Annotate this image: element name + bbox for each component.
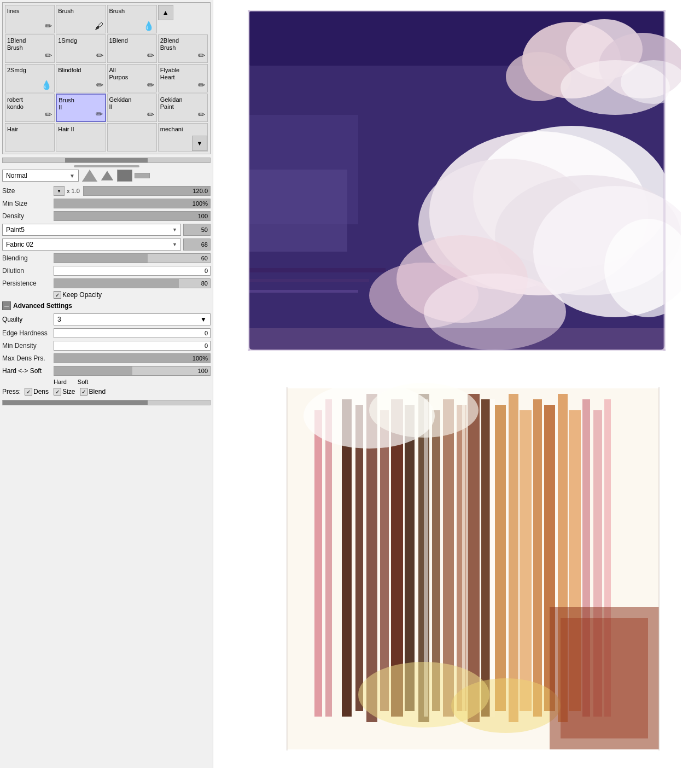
keep-opacity-checkbox[interactable]: ✓ Keep Opacity [54, 291, 102, 299]
brush-settings-panel: lines ✏ Brush 🖌 Brush 💧 ▲ 1BlendBrush ✏ … [0, 0, 213, 768]
brush-grid: lines ✏ Brush 🖌 Brush 💧 ▲ 1BlendBrush ✏ … [2, 2, 211, 154]
min-density-slider[interactable]: 0 [54, 341, 211, 351]
svg-rect-49 [325, 399, 332, 717]
blend-mode-select[interactable]: Normal ▼ [2, 170, 79, 182]
press-label: Press: [2, 388, 21, 395]
texture1-arrow: ▼ [172, 227, 177, 232]
texture2-row: Fabric 02 ▼ 68 [2, 238, 211, 251]
hard-soft-label: Hard <-> Soft [2, 367, 51, 375]
svg-rect-29 [380, 410, 389, 711]
brush-item-robert-kondo[interactable]: robertkondo ✏ [5, 94, 55, 122]
divider [2, 165, 211, 167]
size-value: 120.0 [192, 188, 208, 194]
blending-row: Blending 60 [2, 253, 211, 263]
tip-shape-soft[interactable] [82, 170, 97, 182]
size-slider[interactable]: 120.0 [83, 186, 211, 196]
press-size-label: Size [62, 388, 75, 395]
size-row: Size ▼ x 1.0 120.0 [2, 186, 211, 196]
brush-item-blindfold[interactable]: Blindfold ✏ [56, 64, 106, 92]
brush-item-hair[interactable]: Hair [5, 123, 55, 152]
brush-item-empty[interactable] [107, 123, 157, 152]
max-dens-prs-slider[interactable]: 100% [54, 353, 211, 363]
press-size-checkbox[interactable]: ✓ Size [54, 388, 75, 395]
brush-icon-flyable-heart: ✏ [198, 80, 205, 90]
scroll-down-button[interactable]: ▼ [192, 136, 207, 151]
blending-slider[interactable]: 60 [54, 253, 211, 263]
brush-icon-brush1: 🖌 [95, 21, 103, 31]
brush-item-1blend[interactable]: 1Blend ✏ [107, 34, 157, 63]
brush-item-gekidan-paint[interactable]: GekidanPaint ✏ [158, 94, 208, 122]
texture1-value-box: 50 [183, 224, 211, 236]
brush-icon-2blend: ✏ [198, 50, 205, 61]
brush-item-gekidan-ii[interactable]: GekidanII ✏ [107, 94, 157, 122]
edge-hardness-slider[interactable]: 0 [54, 328, 211, 338]
max-dens-prs-row: Max Dens Prs. 100% [2, 353, 211, 363]
tip-shape-flat[interactable] [135, 173, 150, 178]
dilution-slider[interactable]: 0 [54, 266, 211, 276]
max-dens-prs-value: 100% [192, 355, 208, 362]
texture2-value: 68 [201, 241, 208, 248]
press-blend-label: Blend [89, 388, 106, 395]
blend-mode-value: Normal [6, 172, 27, 179]
quality-select[interactable]: 3 ▼ [54, 313, 211, 325]
size-label: Size [2, 187, 51, 195]
svg-rect-23 [249, 328, 664, 350]
hard-soft-slider[interactable]: 100 [54, 366, 211, 376]
brush-item-flyable-heart[interactable]: FlyableHeart ✏ [158, 64, 208, 92]
persistence-label: Persistence [2, 280, 51, 287]
brush-item-2smdg[interactable]: 2Smdg 💧 [5, 64, 55, 92]
edge-hardness-value: 0 [205, 330, 208, 336]
brush-item-1blend-brush[interactable]: 1BlendBrush ✏ [5, 34, 55, 63]
svg-rect-40 [520, 410, 532, 711]
texture2-select[interactable]: Fabric 02 ▼ [2, 238, 181, 251]
size-dropdown-button[interactable]: ▼ [54, 186, 65, 196]
svg-rect-60 [663, 10, 666, 351]
brush-item-hair-ii[interactable]: Hair II [56, 123, 106, 152]
brush-icon-gekidan-paint: ✏ [198, 109, 205, 120]
brush-item-brush-ii[interactable]: BrushII ✏ [56, 94, 106, 122]
brush-icon-all-purpose: ✏ [147, 80, 154, 90]
texture2-arrow: ▼ [172, 242, 177, 247]
scroll-up-button[interactable]: ▲ [158, 5, 173, 20]
keep-opacity-row: ✓ Keep Opacity [54, 291, 211, 299]
press-size-check: ✓ [54, 388, 61, 395]
advanced-settings-toggle[interactable]: — [2, 301, 11, 310]
panel-hscrollbar[interactable] [2, 400, 211, 405]
dilution-value: 0 [205, 267, 208, 274]
brush-item-brush2[interactable]: Brush 💧 [107, 5, 157, 33]
brush-grid-hscrollbar[interactable] [2, 158, 211, 163]
brush-item-all-purpose[interactable]: AllPurpos ✏ [107, 64, 157, 92]
svg-rect-48 [314, 410, 322, 717]
tip-shape-medium[interactable] [100, 170, 115, 182]
artwork-canvas[interactable] [232, 5, 681, 760]
texture2-name: Fabric 02 [6, 241, 33, 248]
brush-item-mechani[interactable]: mechani ▼ [158, 123, 208, 152]
keep-opacity-label: Keep Opacity [62, 291, 102, 299]
svg-rect-38 [495, 405, 506, 711]
persistence-slider[interactable]: 80 [54, 278, 211, 288]
brush-item-2blend-brush[interactable]: 2BlendBrush ✏ [158, 34, 208, 63]
quality-row: Quailty 3 ▼ [2, 313, 211, 325]
density-slider[interactable]: 100 [54, 211, 211, 221]
texture1-select[interactable]: Paint5 ▼ [2, 224, 181, 236]
soft-label: Soft [78, 379, 89, 385]
edge-hardness-row: Edge Hardness 0 [2, 328, 211, 338]
brush-item-lines[interactable]: lines ✏ [5, 5, 55, 33]
press-dens-checkbox[interactable]: ✓ Dens [25, 388, 49, 395]
min-density-label: Min Density [2, 342, 51, 350]
tip-shape-hard[interactable] [117, 170, 132, 182]
min-size-slider[interactable]: 100% [54, 199, 211, 208]
svg-point-6 [506, 52, 571, 101]
svg-point-54 [451, 678, 561, 733]
texture2-value-box: 68 [183, 238, 211, 251]
svg-rect-59 [248, 10, 250, 351]
brush-icon-blindfold: ✏ [96, 80, 103, 90]
advanced-settings-header: — Advanced Settings [2, 301, 211, 310]
advanced-settings-title: Advanced Settings [13, 302, 72, 310]
blending-label: Blending [2, 254, 51, 262]
press-row: Press: ✓ Dens ✓ Size ✓ Blend [2, 388, 211, 395]
brush-item-1smdg[interactable]: 1Smdg ✏ [56, 34, 106, 63]
press-blend-checkbox[interactable]: ✓ Blend [80, 388, 106, 395]
brush-icon-2smdg: 💧 [41, 80, 52, 90]
brush-item-brush1[interactable]: Brush 🖌 [56, 5, 106, 33]
